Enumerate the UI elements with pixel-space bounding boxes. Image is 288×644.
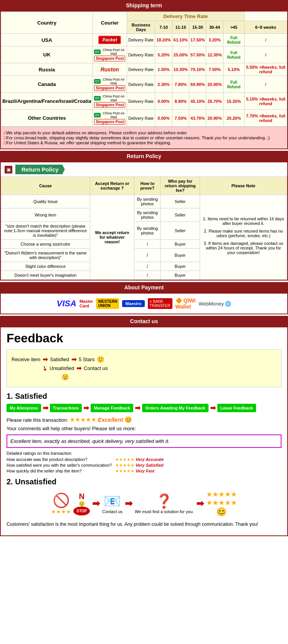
col-who-pay: Who pay for return shipping fee?: [161, 177, 200, 195]
shipping-courier-2: Ruston: [93, 63, 127, 76]
payment-logos: VISA MasterCard WESTERNUNION Maestro ≡ B…: [1, 294, 287, 314]
step-leave-feedback[interactable]: Leave Feedback: [217, 404, 256, 412]
excellent-text: Excellent: [98, 416, 123, 423]
happy-emoji: 😊: [124, 416, 132, 423]
step-transactions[interactable]: Transactions: [50, 404, 82, 412]
return-policy-title: Return Policy: [127, 153, 161, 159]
rating-desc-1: Very Satisfied: [136, 463, 163, 467]
qiwi-logo: 🔶 QIWIWallet: [175, 297, 196, 310]
email-icon: 📧: [104, 493, 121, 509]
col-country: Country: [1, 12, 93, 34]
shipping-country-1: UK: [1, 46, 93, 63]
col-please-note: Please Note: [200, 177, 287, 195]
shipping-table: Country Courier Delivery Time Rate Busin…: [1, 12, 287, 127]
bottom-stars-1: ★★★★: [51, 509, 71, 515]
note-3: □For United States & Russia, we offer sp…: [4, 140, 284, 145]
stars-label: 5 Stars: [79, 357, 94, 362]
return-who-pay-5: Buyer: [161, 262, 200, 271]
step-my-aliexpress[interactable]: My Aliexpress: [7, 404, 41, 412]
satisfied-section: 1. Satisfied My Aliexpress ➡ Transaction…: [7, 392, 281, 474]
rate-4-2: 45.10%: [189, 93, 206, 110]
rate-5-3: 20.90%: [206, 110, 223, 127]
rate-1-5: /: [244, 46, 287, 63]
step-orders-awaiting[interactable]: Orders Awaiting My Feedback: [142, 404, 209, 412]
return-prove-4: /: [134, 249, 161, 262]
return-who-pay-2: Seller: [161, 222, 200, 240]
payment-section: About Payment VISA MasterCard WESTERNUNI…: [0, 282, 288, 314]
rate-1-2: 57.50%: [189, 46, 206, 63]
rate-3-0: 2.30%: [155, 76, 172, 93]
return-cause-6: Doesn't meet buyer's imagination: [1, 271, 90, 280]
rating-stars: ★★★★★: [70, 416, 96, 423]
rate-5-2: 43.70%: [189, 110, 206, 127]
satisfied-label: Satisfied: [50, 357, 69, 362]
unsatisfied-label: Unsatisfied: [50, 365, 74, 371]
big-arrow-1: ➡: [92, 498, 100, 509]
rate-1-1: 25.00%: [172, 46, 189, 63]
detailed-title: Detailed ratings on this transaction: [7, 451, 281, 456]
col-30-44: 30-44: [206, 21, 223, 34]
shipping-courier-5: EFChina Post Air MailSingapore Post: [93, 110, 127, 127]
contact-section: Contact us Feedback Receive item ➡ Satis…: [0, 316, 288, 536]
col-cause: Cause: [1, 177, 90, 195]
rate-4-1: 8.90%: [172, 93, 189, 110]
must-find-label: We must find a solution for you.: [135, 509, 194, 514]
happy-face-2: 😊: [216, 507, 227, 517]
shipping-courier-1: EFChina Post Air MailSingapore Post: [93, 46, 127, 63]
contact-flow-label: Contact us: [84, 365, 108, 371]
return-cause-1: Wrong item: [1, 208, 90, 222]
rate-5-4: 20.20%: [223, 110, 244, 127]
rate-0-2: 17.50%: [189, 34, 206, 46]
shipping-courier-3: EFChina Post Air MailSingapore Post: [93, 76, 127, 93]
shipping-header: Shipping term: [0, 0, 288, 11]
feedback-area: Feedback Receive item ➡ Satisfied ➡ 5 St…: [1, 327, 287, 535]
final-text: Customers' satisfaction is the most impo…: [7, 521, 281, 528]
contact-title: Contact us: [130, 318, 158, 324]
big-arrow-2: ➡: [125, 498, 132, 509]
return-prove-0: By sending photos: [134, 195, 161, 208]
rate-2-4: 5.10%: [223, 63, 244, 76]
comment-example: Excellent item, exactly as described, qu…: [7, 434, 281, 448]
rate-2-1: 10.30%: [172, 63, 189, 76]
rating-stars-1: ★★★★★: [115, 463, 134, 467]
rate-2-5: 5.50% >8weeks, full refund: [244, 63, 287, 76]
sad-face-1: 😟: [79, 501, 85, 507]
arrow-3: ↘: [41, 364, 49, 373]
rate-4-4: 15.20%: [223, 93, 244, 110]
rating-desc-2: Very Fast: [136, 469, 154, 473]
big-arrow-3: ➡: [196, 498, 204, 509]
rating-row-0: How accurate was the product description…: [7, 457, 281, 462]
rate-5-0: 0.00%: [155, 110, 172, 127]
return-cause-4: "Doesn't fit(item's measurement is the s…: [1, 249, 90, 262]
contact-header: Contact us: [0, 316, 288, 327]
delivery-rate-label-0: Delivery Rate: [127, 34, 155, 46]
col-prove: How to prove?: [134, 177, 161, 195]
question-icon: ❓: [156, 493, 173, 509]
shipping-title: Shipping term: [126, 2, 162, 8]
step-manage-feedback[interactable]: Manage Feedback: [91, 404, 133, 412]
visa-logo: VISA: [57, 299, 76, 309]
shipping-country-3: Canada: [1, 76, 93, 93]
delivery-time-rate-header: Delivery Time Rate: [127, 12, 244, 21]
no-entry-block: 🚫 ★★★★: [51, 492, 71, 515]
question-block: ❓ We must find a solution for you.: [135, 493, 194, 514]
rate-1-4: Full Refund: [223, 46, 244, 63]
arrow-4: ➡: [76, 365, 81, 372]
rate-3-1: 7.80%: [172, 76, 189, 93]
return-title-badge: Return Policy: [15, 165, 65, 174]
return-who-pay-4: Buyer: [161, 249, 200, 262]
rating-stars-2: ★★★★★: [115, 469, 134, 473]
rate-2-3: 7.50%: [206, 63, 223, 76]
return-who-pay-3: Buyer: [161, 240, 200, 249]
email-block: 📧 Contact us: [102, 493, 122, 514]
rate-line: Please rate this transaction: ★★★★★ Exce…: [7, 416, 281, 423]
unsatisfied-flow-row: 🚫 ★★★★ N 😟 STOP ➡ 📧 Contact us: [7, 490, 281, 517]
rate-3-3: 20.00%: [206, 76, 223, 93]
return-who-pay-6: Buyer: [161, 271, 200, 280]
rate-label: Please rate this transaction:: [7, 417, 68, 423]
satisfied-heading: 1. Satisfied: [7, 392, 281, 401]
maestro-logo: Maestro: [122, 300, 144, 307]
shipping-section: Shipping term Country Courier Delivery T…: [0, 0, 288, 149]
shipping-country-0: USA: [1, 34, 93, 46]
return-prove-3: /: [134, 240, 161, 249]
